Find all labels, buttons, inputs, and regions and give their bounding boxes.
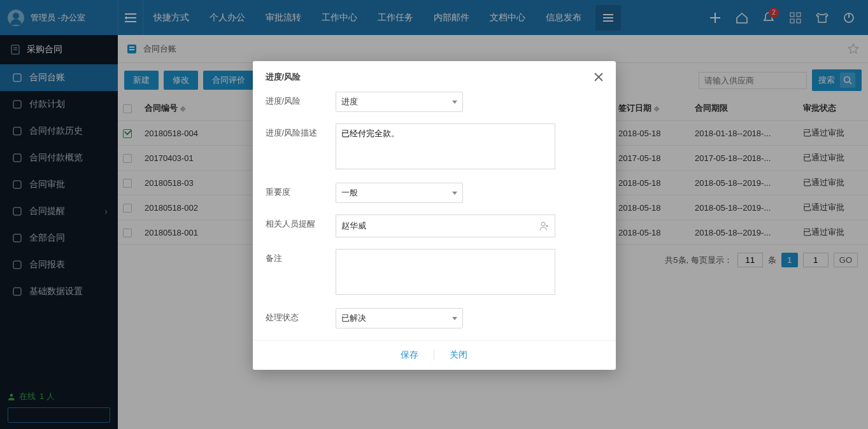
importance-label: 重要度 [266,183,336,203]
status-label: 处理状态 [266,308,336,328]
modal-title: 进度/风险 [266,71,301,83]
close-button[interactable]: 关闭 [450,349,467,361]
type-label: 进度/风险 [266,92,336,112]
remark-textarea[interactable] [336,249,555,295]
people-picker[interactable]: 赵华威 [336,215,555,237]
modal-close-button[interactable] [594,73,603,81]
save-button[interactable]: 保存 [401,349,418,361]
chevron-down-icon [452,192,457,195]
close-icon [594,73,603,81]
desc-label: 进度/风险描述 [266,123,336,171]
progress-risk-modal: 进度/风险 进度/风险 进度 进度/风险描述 重要度 一般 相关人员提醒 赵华威 [253,61,616,370]
people-label: 相关人员提醒 [266,215,336,237]
chevron-down-icon [452,317,457,320]
desc-textarea[interactable] [336,123,555,169]
status-select[interactable]: 已解决 [336,308,463,328]
svg-point-21 [541,222,545,226]
remark-label: 备注 [266,249,336,297]
chevron-down-icon [452,101,457,104]
type-select[interactable]: 进度 [336,92,463,112]
importance-select[interactable]: 一般 [336,183,463,203]
add-person-icon[interactable] [539,221,550,231]
